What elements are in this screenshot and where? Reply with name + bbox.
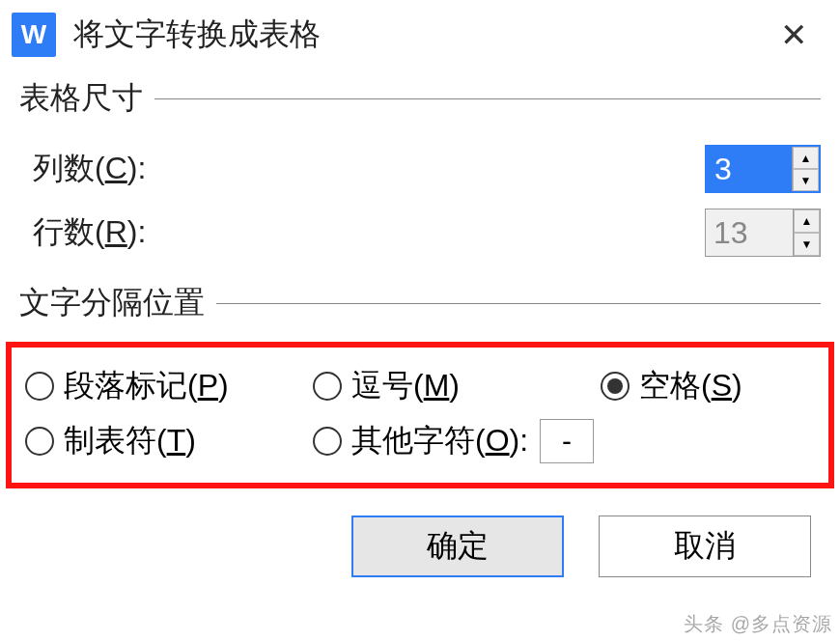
t: O [486, 423, 510, 458]
columns-down-button[interactable]: ▼ [793, 169, 819, 191]
columns-row: 列数(C): 3 ▲ ▼ [19, 137, 821, 201]
t: 逗号( [351, 368, 424, 403]
table-size-section: 表格尺寸 列数(C): 3 ▲ ▼ 行数(R): 13 ▲ ▼ [0, 70, 840, 265]
rows-down-button[interactable]: ▼ [794, 233, 820, 256]
radio-icon [313, 372, 342, 401]
table-size-legend-row: 表格尺寸 [19, 77, 821, 120]
t: T [167, 423, 186, 458]
separator-row-1: 段落标记(P) 逗号(M) 空格(S) [25, 365, 815, 407]
radio-space[interactable]: 空格(S) [601, 365, 742, 407]
columns-up-button[interactable]: ▲ [793, 147, 819, 169]
radio-icon [601, 372, 630, 401]
dialog-title: 将文字转换成表格 [73, 14, 767, 56]
t: M [424, 368, 450, 403]
radio-space-label: 空格(S) [639, 365, 742, 407]
t: 空格( [639, 368, 712, 403]
radio-tab[interactable]: 制表符(T) [25, 420, 305, 462]
watermark: 头条 @多点资源 [684, 611, 832, 637]
radio-icon [25, 427, 54, 456]
columns-label-pre: 列数( [33, 151, 105, 185]
radio-icon [313, 427, 342, 456]
separator-legend-row: 文字分隔位置 [19, 282, 821, 324]
separator-legend: 文字分隔位置 [19, 282, 205, 324]
radio-icon [25, 372, 54, 401]
rows-label-post: ): [127, 214, 147, 249]
cancel-button[interactable]: 取消 [599, 516, 811, 577]
rows-spinner-buttons: ▲ ▼ [793, 209, 820, 256]
radio-comma[interactable]: 逗号(M) [313, 365, 593, 407]
ok-button[interactable]: 确定 [351, 516, 564, 577]
app-icon: W [12, 13, 56, 57]
rows-spinner: 13 ▲ ▼ [705, 209, 821, 257]
t: P [198, 368, 218, 403]
radio-paragraph-label: 段落标记(P) [64, 365, 229, 407]
other-char-input[interactable]: - [540, 419, 594, 463]
radio-tab-label: 制表符(T) [64, 420, 196, 462]
rows-label: 行数(R): [33, 211, 705, 254]
close-button[interactable]: ✕ [767, 12, 821, 58]
rows-label-pre: 行数( [33, 214, 105, 249]
separator-options-highlight: 段落标记(P) 逗号(M) 空格(S) 制表符(T) 其他字符(O): - [6, 342, 834, 488]
table-size-legend: 表格尺寸 [19, 77, 143, 120]
t: ) [218, 368, 229, 403]
t: 其他字符( [351, 423, 486, 458]
columns-spinner-buttons: ▲ ▼ [792, 147, 819, 191]
columns-spinner[interactable]: 3 ▲ ▼ [705, 145, 821, 193]
columns-value[interactable]: 3 [707, 147, 792, 191]
divider [154, 98, 821, 99]
separator-section: 文字分隔位置 [0, 265, 840, 324]
divider [216, 303, 821, 304]
separator-row-2: 制表符(T) 其他字符(O): - [25, 419, 815, 463]
columns-label: 列数(C): [33, 148, 705, 190]
rows-row: 行数(R): 13 ▲ ▼ [19, 201, 821, 265]
rows-up-button[interactable]: ▲ [794, 209, 820, 233]
t: 制表符( [64, 423, 167, 458]
t: ) [449, 368, 460, 403]
radio-paragraph[interactable]: 段落标记(P) [25, 365, 305, 407]
close-icon: ✕ [780, 16, 807, 53]
titlebar: W 将文字转换成表格 ✕ [0, 0, 840, 70]
rows-value: 13 [706, 209, 793, 256]
rows-hotkey: R [105, 214, 127, 249]
columns-hotkey: C [105, 151, 127, 185]
columns-label-post: ): [127, 151, 147, 185]
t: ): [510, 423, 529, 458]
dialog-buttons: 确定 取消 [0, 488, 840, 577]
t: S [712, 368, 732, 403]
t: ) [185, 423, 196, 458]
radio-other[interactable]: 其他字符(O): [313, 420, 528, 462]
t: 段落标记( [64, 368, 198, 403]
radio-comma-label: 逗号(M) [351, 365, 460, 407]
radio-other-label: 其他字符(O): [351, 420, 528, 462]
t: ) [732, 368, 742, 403]
